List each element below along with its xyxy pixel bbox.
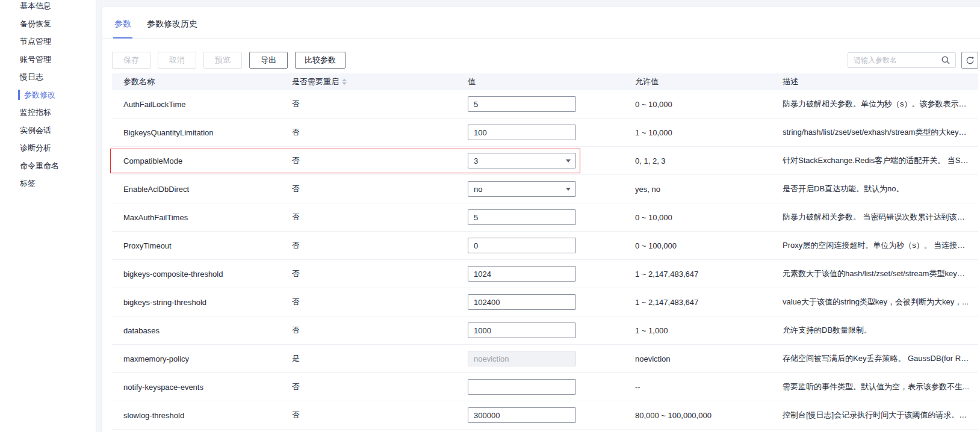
param-value-input[interactable] xyxy=(468,266,576,282)
refresh-icon xyxy=(966,56,975,65)
param-restart: 否 xyxy=(281,99,456,110)
param-restart: 否 xyxy=(281,297,456,307)
param-value-select[interactable] xyxy=(468,153,576,168)
param-value-cell xyxy=(456,407,624,423)
param-value-input[interactable] xyxy=(468,322,576,338)
table-body: AuthFailLockTime否0 ~ 10,000防暴力破解相关参数。单位为… xyxy=(112,90,978,430)
param-value-input[interactable] xyxy=(468,125,576,140)
param-name: maxmemory-policy xyxy=(112,354,281,363)
sidebar-item-9[interactable]: 诊断分析 xyxy=(0,139,96,157)
param-value-input[interactable] xyxy=(468,96,576,112)
param-description: 需要监听的事件类型。默认值为空，表示该参数不生... xyxy=(771,381,978,392)
param-value-cell xyxy=(456,351,624,366)
table-row: ProxyTimeout否0 ~ 100,000Proxy层的空闲连接超时。单位… xyxy=(112,232,978,260)
search-input[interactable] xyxy=(848,52,956,68)
sidebar: 基本信息备份恢复节点管理账号管理慢日志参数修改监控指标实例会话诊断分析命令重命名… xyxy=(0,0,96,432)
param-restart: 否 xyxy=(281,268,456,279)
param-name: ProxyTimeout xyxy=(112,241,281,250)
param-restart: 否 xyxy=(281,212,456,223)
param-value-wrap xyxy=(468,351,576,366)
table-row: bigkeys-composite-threshold否1 ~ 2,147,48… xyxy=(112,260,978,288)
table-row: slowlog-threshold否80,000 ~ 100,000,000控制… xyxy=(112,401,978,430)
sidebar-item-5[interactable]: 慢日志 xyxy=(0,68,96,86)
param-value-cell xyxy=(456,125,624,140)
param-value-input[interactable] xyxy=(468,407,576,423)
param-restart: 否 xyxy=(281,155,456,166)
table-row: CompatibleMode否0, 1, 2, 3针对StackExchange… xyxy=(112,147,978,175)
table-row: MaxAuthFailTimes否0 ~ 10,000防暴力破解相关参数。 当密… xyxy=(112,203,978,232)
param-name: CompatibleMode xyxy=(112,156,281,165)
param-value-wrap xyxy=(468,322,576,338)
sidebar-item-7[interactable]: 监控指标 xyxy=(0,103,96,122)
param-name: notify-keyspace-events xyxy=(112,383,281,392)
param-value-cell xyxy=(456,294,624,310)
table-row: AuthFailLockTime否0 ~ 10,000防暴力破解相关参数。单位为… xyxy=(112,90,978,119)
param-description: value大于该值的string类型key，会被判断为大key，... xyxy=(771,297,978,307)
column-header-label: 允许值 xyxy=(635,76,659,87)
search-box xyxy=(848,52,956,68)
param-value-cell xyxy=(456,153,624,168)
param-value-wrap xyxy=(468,238,576,253)
column-header-3: 值 xyxy=(456,76,624,87)
column-header-label: 值 xyxy=(468,76,476,87)
param-value-cell xyxy=(456,266,624,282)
param-description: Proxy层的空闲连接超时。单位为秒（s）。 当连接空... xyxy=(771,240,978,251)
param-name: AuthFailLockTime xyxy=(112,100,281,109)
sidebar-item-10[interactable]: 命令重命名 xyxy=(0,157,96,175)
table-row: maxmemory-policy是noeviction存储空间被写满后的Key丢… xyxy=(112,345,978,373)
column-header-label: 参数名称 xyxy=(123,76,155,87)
param-value-input[interactable] xyxy=(468,379,576,395)
param-name: bigkeys-composite-threshold xyxy=(112,270,281,279)
param-value-wrap xyxy=(468,407,576,423)
tab-1[interactable]: 参数 xyxy=(113,19,132,39)
param-allowed: 0 ~ 10,000 xyxy=(624,100,771,109)
column-header-1: 参数名称 xyxy=(112,76,281,87)
param-allowed: 0 ~ 10,000 xyxy=(624,213,771,222)
tab-2[interactable]: 参数修改历史 xyxy=(146,19,199,39)
param-name: BigkeysQuantityLimitation xyxy=(112,128,281,137)
sidebar-item-11[interactable]: 标签 xyxy=(0,174,96,193)
param-value-input[interactable] xyxy=(468,209,576,225)
table-row: bigkeys-string-threshold否1 ~ 2,147,483,6… xyxy=(112,288,978,316)
param-description: 控制台[慢日志]会记录执行时间大于该阈值的请求。单... xyxy=(771,410,978,421)
param-description: 允许支持的DB数量限制。 xyxy=(771,325,978,336)
table-row: notify-keyspace-events否--需要监听的事件类型。默认值为空… xyxy=(112,373,978,401)
param-value-input[interactable] xyxy=(468,294,576,310)
param-value-cell xyxy=(456,181,624,197)
column-header-4: 允许值 xyxy=(624,76,771,87)
sidebar-item-1[interactable]: 基本信息 xyxy=(0,0,96,15)
sidebar-item-4[interactable]: 账号管理 xyxy=(0,51,96,69)
param-value-wrap xyxy=(468,153,576,168)
sidebar-item-3[interactable]: 节点管理 xyxy=(0,32,96,51)
param-value-wrap xyxy=(468,294,576,310)
column-header-label: 描述 xyxy=(783,76,798,87)
param-value-cell xyxy=(456,209,624,225)
tab-bar: 参数参数修改历史 xyxy=(102,7,980,39)
param-value-input[interactable] xyxy=(468,238,576,253)
param-description: 防暴力破解相关参数。单位为秒（s）。该参数表示可... xyxy=(771,99,978,110)
sidebar-item-6[interactable]: 参数修改 xyxy=(0,86,96,104)
column-header-2[interactable]: 是否需要重启 xyxy=(281,76,456,87)
toolbar-button-4[interactable]: 导出 xyxy=(249,52,288,69)
toolbar: 保存取消预览导出比较参数 xyxy=(102,52,980,69)
param-allowed: 0, 1, 2, 3 xyxy=(624,156,771,165)
param-restart: 是 xyxy=(281,353,456,364)
param-allowed: -- xyxy=(624,383,771,392)
table-row: EnableAclDbDirect否yes, no是否开启DB直达功能。默认为n… xyxy=(112,175,978,203)
refresh-button[interactable] xyxy=(961,52,978,69)
toolbar-button-2: 取消 xyxy=(158,52,196,69)
param-description: 存储空间被写满后的Key丢弃策略。 GaussDB(for Re... xyxy=(771,353,978,364)
sort-icon[interactable] xyxy=(342,79,347,85)
param-restart: 否 xyxy=(281,127,456,138)
table-header-row: 参数名称是否需要重启值允许值描述 xyxy=(112,73,978,90)
param-name: databases xyxy=(112,326,281,335)
toolbar-button-5[interactable]: 比较参数 xyxy=(295,52,346,69)
param-name: slowlog-threshold xyxy=(112,411,281,420)
sidebar-item-2[interactable]: 备份恢复 xyxy=(0,15,96,33)
param-description: 防暴力破解相关参数。 当密码错误次数累计达到该阈... xyxy=(771,212,978,223)
param-description: 是否开启DB直达功能。默认为no。 xyxy=(771,184,978,194)
param-value-select[interactable] xyxy=(468,181,576,197)
sidebar-item-8[interactable]: 实例会话 xyxy=(0,122,96,140)
param-allowed: noeviction xyxy=(624,354,771,363)
param-value-wrap xyxy=(468,209,576,225)
